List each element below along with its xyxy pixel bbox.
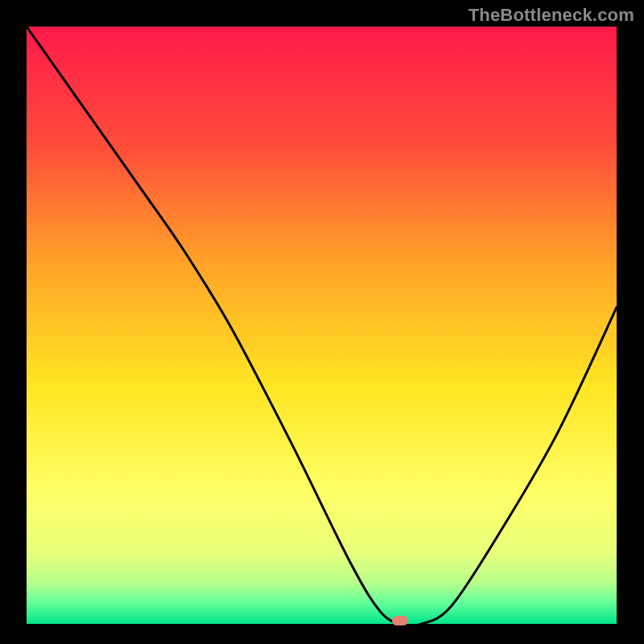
watermark-label: TheBottleneck.com <box>469 5 634 26</box>
chart-stage: TheBottleneck.com <box>0 0 644 644</box>
chart-svg <box>0 0 644 644</box>
plot-background <box>27 27 617 624</box>
optimum-marker <box>392 616 408 625</box>
